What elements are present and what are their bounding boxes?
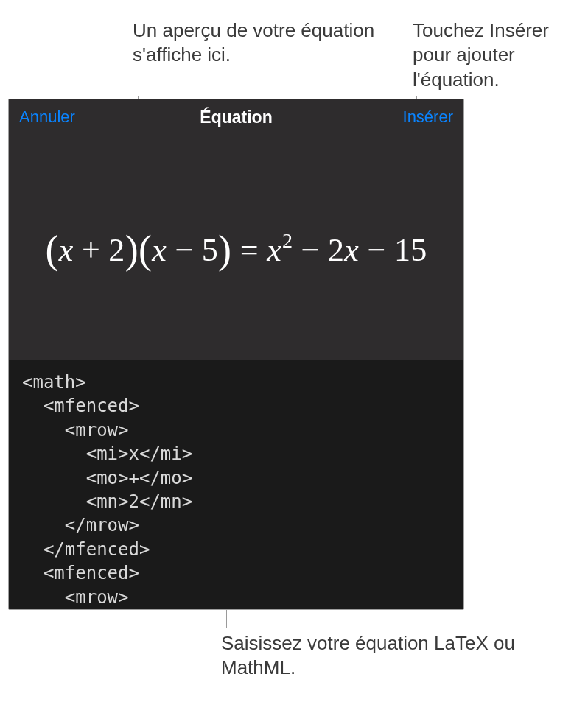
equation-toolbar: Annuler Équation Insérer [9,99,463,135]
equation-code-input[interactable]: <math> <mfenced> <mrow> <mi>x</mi> <mo>+… [9,360,463,610]
cancel-button[interactable]: Annuler [19,108,75,127]
diagram-canvas: Un aperçu de votre équation s'affiche ic… [0,0,588,702]
equation-preview-area: (x + 2)(x − 5) = x2 − 2x − 15 [9,135,463,360]
insert-button[interactable]: Insérer [403,108,453,127]
panel-title: Équation [9,108,463,127]
callout-input-text: Saisissez votre équation LaTeX ou MathML… [221,631,531,681]
equation-rendered: (x + 2)(x − 5) = x2 − 2x − 15 [46,225,427,270]
equation-editor-panel: Annuler Équation Insérer (x + 2)(x − 5) … [8,99,464,610]
callout-insert-text: Touchez Insérer pour ajouter l'équation. [413,18,582,92]
callout-preview-text: Un aperçu de votre équation s'affiche ic… [133,18,376,68]
